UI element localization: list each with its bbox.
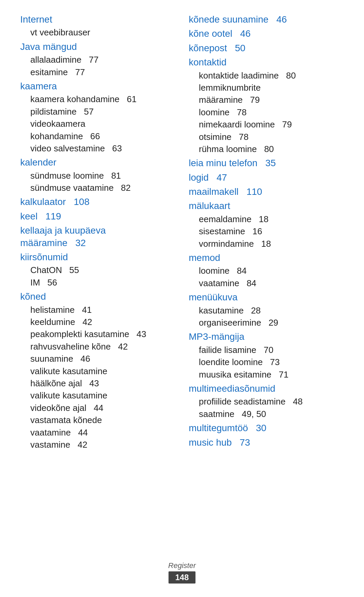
entry-maailmakell: maailmakell 110 bbox=[189, 186, 344, 198]
subitem-organiseerimine: organiseerimine 29 bbox=[189, 317, 344, 329]
right-column: kõnede suunamine 46 kõne ootel 46 kõnepo… bbox=[185, 13, 344, 453]
footer-page: 148 bbox=[169, 571, 195, 584]
entry-kellaaja: kellaaja ja kuupäevamääramine 32 bbox=[20, 225, 175, 249]
entry-internet: Internet vt veebibrauser bbox=[20, 13, 175, 39]
category-kõned: kõned bbox=[20, 291, 175, 303]
subitem-kohandamine: kohandamine 66 bbox=[20, 130, 175, 142]
category-maailmakell: maailmakell 110 bbox=[189, 186, 344, 198]
category-keel: keel 119 bbox=[20, 210, 175, 222]
category-music-hub: music hub 73 bbox=[189, 437, 344, 449]
subitem-lemmiknumbrite: lemmiknumbrite bbox=[189, 82, 344, 94]
category-menuukuva: menüükuva bbox=[189, 291, 344, 303]
entry-konede-suunamine: kõnede suunamine 46 bbox=[189, 13, 344, 26]
left-column: Internet vt veebibrauser Java mängud all… bbox=[20, 13, 185, 453]
subitem-haal-ajal: häälkõne ajal 43 bbox=[20, 377, 175, 389]
subitem-keeldumine: keeldumine 42 bbox=[20, 316, 175, 328]
entry-music-hub: music hub 73 bbox=[189, 437, 344, 449]
entry-logid: logid 47 bbox=[189, 172, 344, 184]
entry-kalender: kalender sündmuse loomine 81 sündmuse va… bbox=[20, 156, 175, 194]
subitem-vormindamine: vormindamine 18 bbox=[189, 238, 344, 250]
subitem-sisestamine: sisestamine 16 bbox=[189, 225, 344, 237]
subitem-suunamine: suunamine 46 bbox=[20, 353, 175, 365]
entry-kontaktid: kontaktid kontaktide laadimine 80 lemmik… bbox=[189, 56, 344, 155]
subitem-kasutamine: kasutamine 28 bbox=[189, 304, 344, 317]
category-kontaktid: kontaktid bbox=[189, 56, 344, 68]
subitem-failide-lisamine: failide lisamine 70 bbox=[189, 344, 344, 356]
category-kalender: kalender bbox=[20, 156, 175, 169]
subitem-peakomplekti-kasutamine: peakomplekti kasutamine 43 bbox=[20, 328, 175, 340]
subitem-im: IM 56 bbox=[20, 276, 175, 289]
subitem-chaton: ChatON 55 bbox=[20, 264, 175, 276]
subitem-vastamine: vastamine 42 bbox=[20, 439, 175, 451]
entry-konepost: kõnepost 50 bbox=[189, 42, 344, 54]
subitem-sundmuse-loomine: sündmuse loomine 81 bbox=[20, 170, 175, 182]
category-memod: memod bbox=[189, 252, 344, 264]
category-java-mangud: Java mängud bbox=[20, 41, 175, 53]
subitem-otsimine: otsimine 78 bbox=[189, 131, 344, 143]
entry-java-mangud: Java mängud allalaadimine 77 esitamine 7… bbox=[20, 41, 175, 78]
subitem-video-salvestamine: video salvestamine 63 bbox=[20, 142, 175, 154]
entry-mp3-mangija: MP3-mängija failide lisamine 70 loendite… bbox=[189, 331, 344, 381]
entry-kiirsõnumid: kiirsõnumid ChatON 55 IM 56 bbox=[20, 251, 175, 289]
entry-keel: keel 119 bbox=[20, 210, 175, 222]
entry-kõned: kõned helistamine 41 keeldumine 42 peako… bbox=[20, 291, 175, 451]
entry-malukaart: mälukaart eemaldamine 18 sisestamine 16 … bbox=[189, 200, 344, 250]
subitem-muusika-esitamine: muusika esitamine 71 bbox=[189, 368, 344, 381]
subitem-vaatamine: vaatamine 44 bbox=[20, 426, 175, 439]
entry-multimeedia: multimeediasõnumid profiilide seadistami… bbox=[189, 383, 344, 420]
footer: Register 148 bbox=[0, 561, 364, 584]
category-internet: Internet bbox=[20, 13, 175, 26]
category-kellaaja: kellaaja ja kuupäevamääramine 32 bbox=[20, 225, 175, 249]
entry-memod: memod loomine 84 vaatamine 84 bbox=[189, 252, 344, 289]
subitem-vt-veebibrauser: vt veebibrauser bbox=[20, 26, 175, 38]
subitem-memod-vaatamine: vaatamine 84 bbox=[189, 277, 344, 289]
category-logid: logid 47 bbox=[189, 172, 344, 184]
entry-kaamera: kaamera kaamera kohandamine 61 pildistam… bbox=[20, 80, 175, 154]
subitem-loendite-loomine: loendite loomine 73 bbox=[189, 356, 344, 368]
subitem-esitamine: esitamine 77 bbox=[20, 66, 175, 78]
category-mp3-mangija: MP3-mängija bbox=[189, 331, 344, 343]
subitem-ruhma-loomine: rühma loomine 80 bbox=[189, 143, 344, 155]
category-konepost: kõnepost 50 bbox=[189, 42, 344, 54]
entry-kalkulaator: kalkulaator 108 bbox=[20, 196, 175, 208]
subitem-videokaamera: videokaamera bbox=[20, 118, 175, 130]
subitem-rahvusvaheline: rahvusvaheline kõne 42 bbox=[20, 340, 175, 353]
subitem-profiilide-seadistamine: profiilide seadistamine 48 bbox=[189, 395, 344, 408]
subitem-kontaktide-laadimine: kontaktide laadimine 80 bbox=[189, 69, 344, 82]
entry-menuukuva: menüükuva kasutamine 28 organiseerimine … bbox=[189, 291, 344, 329]
subitem-loomine: loomine 78 bbox=[189, 106, 344, 118]
subitem-saatmine: saatmine 49, 50 bbox=[189, 408, 344, 420]
subitem-nimekaardi-loomine: nimekaardi loomine 79 bbox=[189, 118, 344, 130]
entry-multitegumtoo: multitegumtöö 30 bbox=[189, 422, 344, 434]
subitem-memod-loomine: loomine 84 bbox=[189, 265, 344, 277]
subitem-allalaadimine: allalaadimine 77 bbox=[20, 54, 175, 66]
subitem-valikute-video: valikute kasutamine bbox=[20, 389, 175, 401]
category-kiirsõnumid: kiirsõnumid bbox=[20, 251, 175, 263]
footer-label: Register bbox=[0, 561, 364, 570]
subitem-vastamata: vastamata kõnede bbox=[20, 414, 175, 426]
subitem-eemaldamine: eemaldamine 18 bbox=[189, 213, 344, 225]
category-konede-suunamine: kõnede suunamine 46 bbox=[189, 13, 344, 26]
category-kaamera: kaamera bbox=[20, 80, 175, 92]
subitem-helistamine: helistamine 41 bbox=[20, 304, 175, 316]
category-malukaart: mälukaart bbox=[189, 200, 344, 212]
entry-leia-minu-telefon: leia minu telefon 35 bbox=[189, 157, 344, 169]
category-leia-minu-telefon: leia minu telefon 35 bbox=[189, 157, 344, 169]
entry-kone-ootel: kõne ootel 46 bbox=[189, 28, 344, 40]
category-kone-ootel: kõne ootel 46 bbox=[189, 28, 344, 40]
subitem-pildistamine: pildistamine 57 bbox=[20, 106, 175, 118]
subitem-video-ajal: videokõne ajal 44 bbox=[20, 402, 175, 414]
category-multimeedia: multimeediasõnumid bbox=[189, 383, 344, 395]
category-multitegumtoo: multitegumtöö 30 bbox=[189, 422, 344, 434]
subitem-kaamera-kohandamine: kaamera kohandamine 61 bbox=[20, 93, 175, 105]
subitem-maaramine: määramine 79 bbox=[189, 94, 344, 106]
category-kalkulaator: kalkulaator 108 bbox=[20, 196, 175, 208]
subitem-sundmuse-vaatamine: sündmuse vaatamine 82 bbox=[20, 182, 175, 194]
subitem-valikute-haal: valikute kasutamine bbox=[20, 365, 175, 377]
